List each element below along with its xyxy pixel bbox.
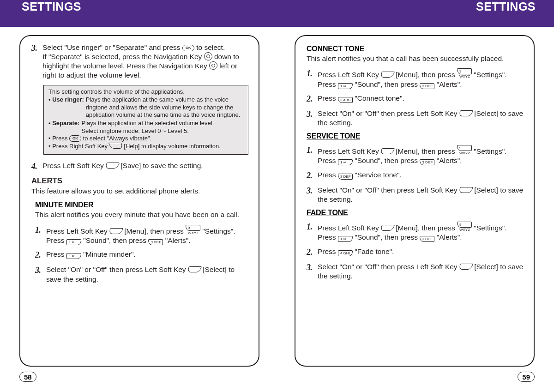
left-soft-key-icon bbox=[380, 72, 395, 78]
page-spread: 3. Select "Use ringer" or "Separate" and… bbox=[0, 27, 554, 392]
left-soft-key-icon bbox=[108, 228, 123, 234]
step-body: Press 1 ∞ "Minute minder". bbox=[46, 250, 250, 260]
key-3-icon: 3 DEF bbox=[338, 174, 353, 180]
connect-tone-desc: This alert notifies you that a call has … bbox=[307, 54, 525, 63]
note-item-use-ringer: • Use ringer: Plays the application at t… bbox=[48, 96, 243, 119]
note-line: This setting controls the volume of the … bbox=[48, 88, 243, 96]
text: "Alerts". bbox=[437, 233, 462, 241]
ft-step-2: 2. Press 4 GHI "Fade tone". bbox=[307, 247, 525, 258]
text: If "Separate" is selected, press the Nav… bbox=[42, 53, 204, 60]
content-panel-right: CONNECT TONE This alert notifies you tha… bbox=[295, 35, 535, 367]
text: to select "Always vibrate". bbox=[83, 135, 152, 142]
text: Press Left Soft Key bbox=[42, 162, 106, 169]
text: Select "Use ringer" or "Separate" and pr… bbox=[42, 43, 182, 51]
step-number: 3. bbox=[307, 262, 315, 281]
key-1-icon: 1 ∞ bbox=[338, 159, 353, 165]
minute-minder-heading: MINUTE MINDER bbox=[35, 201, 250, 209]
text: Press Left Soft Key bbox=[318, 71, 381, 78]
text: Select "On" or "Off" then press Left Sof… bbox=[318, 186, 459, 194]
text: "Sound", then press bbox=[355, 157, 420, 164]
st-step-2: 2. Press 3 DEF "Service tone". bbox=[307, 170, 525, 181]
text: Select "On" or "Off" then press Left Sof… bbox=[318, 263, 459, 271]
note-item-separate: • Separate: Plays the application at the… bbox=[48, 120, 243, 135]
text: Press Left Soft Key bbox=[318, 224, 381, 232]
text: Plays the application at the same volume… bbox=[86, 96, 243, 119]
text: • Press Right Soft Key bbox=[48, 143, 109, 150]
minute-minder-desc: This alert notifies you every minute tha… bbox=[35, 210, 250, 219]
alerts-heading: ALERTS bbox=[31, 176, 250, 186]
st-step-1: 1. Press Left Soft Key [Menu], then pres… bbox=[307, 145, 525, 165]
key-4-icon: 4 GHI bbox=[338, 250, 353, 256]
key-3-icon: 3 DEF bbox=[420, 159, 434, 165]
step-body: Select "Use ringer" or "Separate" and pr… bbox=[42, 43, 250, 80]
left-soft-key-icon bbox=[458, 110, 473, 116]
text: "Service tone". bbox=[355, 171, 401, 179]
text: Select "On" or "Off" then press Left Sof… bbox=[46, 265, 188, 273]
st-step-3: 3. Select "On" or "Off" then press Left … bbox=[307, 186, 525, 204]
step-body: Press 4 GHI "Fade tone". bbox=[318, 247, 525, 258]
mm-step-3: 3. Select "On" or "Off" then press Left … bbox=[35, 265, 250, 283]
text: Press Left Soft Key bbox=[46, 227, 109, 235]
ct-step-2: 2. Press 2 ABC "Connect tone". bbox=[307, 94, 525, 104]
content-panel-left: 3. Select "Use ringer" or "Separate" and… bbox=[19, 35, 259, 367]
text: Plays the application at the selected vo… bbox=[81, 120, 214, 135]
step-body: Select "On" or "Off" then press Left Sof… bbox=[318, 186, 525, 204]
text: "Fade tone". bbox=[355, 247, 394, 255]
step-body: Select "On" or "Off" then press Left Sof… bbox=[318, 109, 525, 127]
text: [Menu], then press bbox=[396, 71, 457, 78]
step-body: Select "On" or "Off" then press Left Sof… bbox=[46, 265, 250, 283]
step-number: 3. bbox=[35, 265, 43, 283]
alerts-desc: This feature allows you to set additiona… bbox=[31, 187, 250, 195]
step-body: Press Left Soft Key [Menu], then press 9… bbox=[318, 68, 525, 89]
step-body: Select "On" or "Off" then press Left Sof… bbox=[318, 262, 525, 281]
left-soft-key-icon bbox=[380, 148, 395, 154]
service-tone-heading: SERVICE TONE bbox=[307, 132, 525, 140]
text: Press bbox=[318, 171, 338, 179]
step-number: 1. bbox=[35, 225, 43, 245]
ft-step-1: 1. Press Left Soft Key [Menu], then pres… bbox=[307, 222, 525, 242]
header-title-left: SETTINGS bbox=[22, 0, 81, 13]
step-number: 1. bbox=[307, 222, 315, 242]
text: to select. bbox=[196, 43, 225, 51]
left-soft-key-icon bbox=[458, 264, 473, 270]
page-number-58: 58 bbox=[19, 372, 36, 382]
step-number: 3. bbox=[307, 186, 315, 204]
note-item-press-ok: • Press OK to select "Always vibrate". bbox=[48, 135, 243, 143]
header-banner: SETTINGS SETTINGS bbox=[0, 0, 554, 27]
left-soft-key-icon bbox=[458, 187, 473, 193]
ok-key-icon: OK bbox=[182, 45, 194, 51]
key-3-icon: 3 DEF bbox=[148, 239, 163, 245]
step-number: 2. bbox=[35, 250, 43, 260]
step-number: 1. bbox=[307, 68, 315, 89]
key-9-icon: 9 WXYZ bbox=[457, 222, 472, 228]
step-number: 3. bbox=[31, 43, 40, 80]
step-number: 2. bbox=[307, 170, 315, 181]
text: Press bbox=[318, 94, 338, 102]
left-soft-key-icon bbox=[105, 163, 120, 169]
fade-tone-heading: FADE TONE bbox=[307, 209, 525, 217]
text: "Alerts". bbox=[165, 236, 191, 244]
header-title-right: SETTINGS bbox=[476, 0, 536, 13]
nav-key-icon bbox=[204, 52, 212, 60]
step-body: Press Left Soft Key [Menu], then press 9… bbox=[318, 145, 525, 165]
mm-step-1: 1. Press Left Soft Key [Menu], then pres… bbox=[35, 225, 250, 245]
text: [Help] to display volume information. bbox=[124, 143, 221, 150]
nav-key-icon bbox=[209, 61, 217, 70]
step-number: 4. bbox=[31, 161, 40, 172]
label: • Separate: bbox=[48, 120, 79, 135]
page-number-59: 59 bbox=[518, 372, 535, 382]
key-1-icon: 1 ∞ bbox=[66, 239, 81, 245]
key-3-icon: 3 DEF bbox=[420, 83, 434, 89]
text: "Connect tone". bbox=[355, 94, 404, 102]
step-3: 3. Select "Use ringer" or "Separate" and… bbox=[31, 43, 250, 80]
step-4: 4. Press Left Soft Key [Save] to save th… bbox=[31, 161, 250, 172]
step-body: Press 3 DEF "Service tone". bbox=[318, 170, 525, 181]
key-9-icon: 9 WXYZ bbox=[457, 145, 472, 151]
note-box: This setting controls the volume of the … bbox=[43, 85, 248, 155]
right-soft-key-icon bbox=[108, 143, 123, 149]
text: [Save] to save the setting. bbox=[120, 162, 203, 169]
text: [Menu], then press bbox=[396, 224, 457, 232]
ct-step-1: 1. Press Left Soft Key [Menu], then pres… bbox=[307, 68, 525, 89]
page-58: 3. Select "Use ringer" or "Separate" and… bbox=[0, 27, 277, 392]
step-number: 1. bbox=[307, 145, 315, 165]
